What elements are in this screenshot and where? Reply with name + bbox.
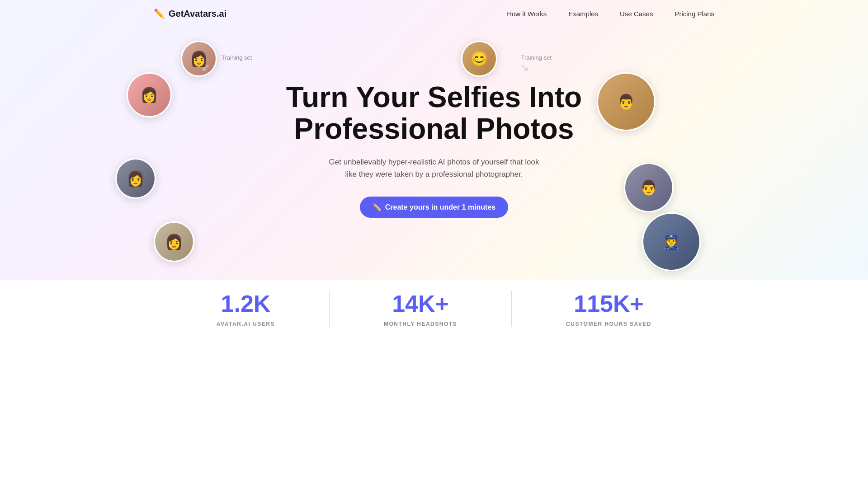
arrow-left: ↙	[201, 61, 210, 74]
avatar-face-5: 👨	[598, 74, 654, 130]
avatar-face-2: 👩	[182, 42, 216, 75]
nav-links: How it Works Examples Use Cases Pricing …	[507, 10, 714, 18]
cta-label: Create yours in under 1 minutes	[385, 203, 496, 211]
cta-icon: ✏️	[373, 203, 382, 211]
hero-title: Turn Your Selfies Into Professional Phot…	[286, 81, 582, 145]
logo-text: GetAvatars.ai	[169, 9, 226, 19]
avatar-right-middle: 👨	[624, 163, 674, 212]
hero-subtitle: Get unbelievably hyper-realistic AI phot…	[326, 156, 542, 180]
avatar-training-right-photo: 😊	[461, 41, 497, 77]
stat-headshots: 14K+ MONTHLY HEADSHOTS	[330, 281, 511, 336]
avatar-right-large: 👨	[597, 72, 656, 131]
stat-hours-label: CUSTOMER HOURS SAVED	[566, 321, 651, 327]
navbar: ✏️ GetAvatars.ai How it Works Examples U…	[0, 0, 868, 27]
stat-users-label: AVATAR.AI USERS	[217, 321, 275, 327]
logo-icon: ✏️	[154, 8, 165, 19]
avatar-face-7: 👨	[625, 164, 672, 211]
avatar-left-large: 👩	[127, 72, 172, 117]
stat-headshots-number: 14K+	[392, 290, 449, 317]
avatar-training-left-photo: 👩	[181, 41, 217, 77]
stat-hours: 115K+ CUSTOMER HOURS SAVED	[512, 281, 706, 336]
hero-content: Turn Your Selfies Into Professional Phot…	[286, 81, 582, 218]
nav-pricing-plans[interactable]: Pricing Plans	[675, 10, 714, 18]
nav-examples[interactable]: Examples	[568, 10, 598, 18]
arrow-right: ↘	[520, 61, 529, 74]
training-label-left: Training set	[222, 54, 252, 61]
hero-section: 👩 👩 Training set ↙ 👩 👩 👨 😊 Training set …	[0, 27, 868, 254]
avatar-face-1: 👩	[128, 74, 170, 116]
training-label-right: Training set	[521, 54, 552, 61]
nav-how-it-works[interactable]: How it Works	[507, 10, 547, 18]
stat-hours-number: 115K+	[574, 290, 644, 317]
avatar-face-3: 👩	[117, 160, 155, 197]
logo-link[interactable]: ✏️ GetAvatars.ai	[154, 8, 226, 19]
stat-users: 1.2K AVATAR.AI USERS	[162, 281, 329, 336]
cta-button[interactable]: ✏️ Create yours in under 1 minutes	[360, 197, 509, 218]
stats-section: 1.2K AVATAR.AI USERS 14K+ MONTHLY HEADSH…	[0, 254, 868, 372]
stat-headshots-label: MONTHLY HEADSHOTS	[384, 321, 457, 327]
avatar-left-middle: 👩	[115, 158, 156, 199]
avatar-face-6: 😊	[462, 42, 496, 75]
nav-use-cases[interactable]: Use Cases	[620, 10, 653, 18]
stat-users-number: 1.2K	[221, 290, 271, 317]
